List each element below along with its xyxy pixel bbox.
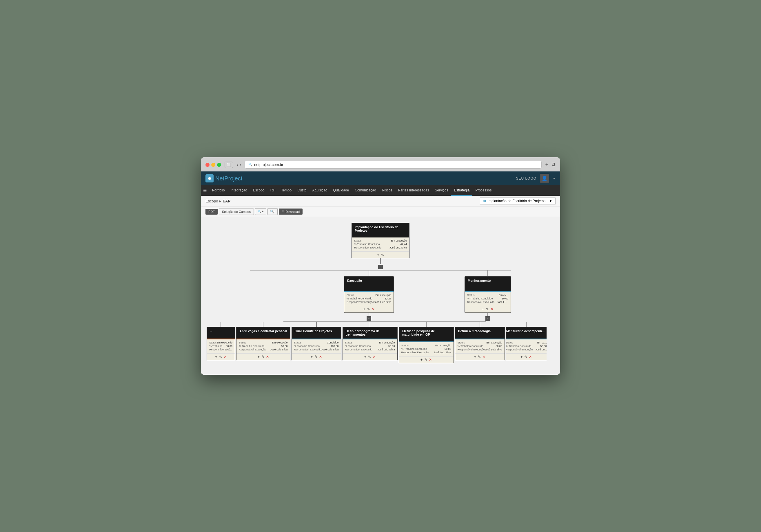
zoom-in-button[interactable]: 🔍+	[255, 208, 266, 215]
level2-node-1-card: Abrir vagas e contratar pessoal StatusEm…	[236, 327, 290, 360]
project-selector[interactable]: ⊕ Implantação do Escritório de Projetos …	[480, 197, 556, 204]
nav-item-riscos[interactable]: Riscos	[379, 186, 395, 196]
node0-header: ...	[207, 327, 235, 339]
node2-add-button[interactable]: +	[311, 355, 313, 359]
fields-button[interactable]: Seleção de Campos	[219, 208, 254, 215]
monitoramento-add-button[interactable]: +	[482, 307, 484, 311]
sidebar-toggle-button[interactable]: ⬜	[225, 162, 233, 168]
nav-item-custo[interactable]: Custo	[294, 186, 309, 196]
root-add-button[interactable]: +	[377, 253, 379, 257]
level2-node-3-card: Definir cronograma de treinamentos Statu…	[342, 327, 398, 360]
monitoramento-bottom-connector	[488, 313, 488, 316]
back-button[interactable]: ‹	[236, 162, 238, 168]
monitoramento-edit-button[interactable]: ✎	[486, 307, 489, 311]
zoom-out-button[interactable]: 🔍-	[267, 208, 278, 215]
node5-add-button[interactable]: +	[474, 355, 476, 359]
user-avatar[interactable]: 👤	[540, 174, 549, 183]
node5-delete-button[interactable]: ✕	[483, 355, 486, 359]
monitoramento-header: Monitoramento	[465, 277, 511, 291]
node4-add-button[interactable]: +	[421, 358, 423, 362]
node4-delete-button[interactable]: ✕	[429, 358, 432, 362]
project-selector-arrow: ▼	[549, 199, 552, 203]
nav-item-rh[interactable]: RH	[267, 186, 278, 196]
node1-add-button[interactable]: +	[258, 355, 260, 359]
level1-row: Execução Status Em execução % Tr	[250, 271, 511, 321]
node0-delete-button[interactable]: ✕	[224, 355, 227, 359]
app-header: ⊕ NetProject SEU LOGO 👤 ▼	[201, 172, 560, 186]
node6-delete-button[interactable]: ✕	[529, 355, 532, 359]
node6-add-button[interactable]: +	[520, 355, 522, 359]
node5-actions: + ✎ ✕	[455, 353, 504, 360]
nav-item-portfolio[interactable]: Portfólio	[209, 186, 228, 196]
node2-header: Criar Comitê de Projetos	[292, 327, 341, 339]
node1-delete-button[interactable]: ✕	[266, 355, 269, 359]
root-connector-v	[380, 258, 381, 264]
pdf-button[interactable]: PDF	[205, 209, 218, 215]
node6-edit-button[interactable]: ✎	[524, 355, 527, 359]
node0-top-connector	[220, 322, 221, 327]
tabs-button[interactable]: ⧉	[552, 162, 556, 168]
level2-node-5-col: Definir a metodologia StatusEm execução …	[455, 322, 505, 360]
nav-item-integracao[interactable]: Integração	[228, 186, 250, 196]
level2-row: ... StatusEm execução % Trabalho50,00 Re…	[206, 322, 555, 363]
download-button[interactable]: ⬇ Download	[279, 208, 303, 215]
node3-add-button[interactable]: +	[364, 355, 366, 359]
nav-item-processos[interactable]: Processos	[472, 186, 495, 196]
nav-item-servicos[interactable]: Serviços	[432, 186, 451, 196]
logo-text: NetProject	[215, 175, 242, 182]
nav-item-comunicacao[interactable]: Comunicação	[352, 186, 379, 196]
node5-header: Definir a metodologia	[455, 327, 504, 339]
node6-top-connector	[526, 322, 527, 327]
node3-edit-button[interactable]: ✎	[368, 355, 371, 359]
node1-body: StatusEm execução % Trabalho Concluído50…	[236, 340, 290, 353]
minimize-button[interactable]	[211, 163, 215, 167]
node4-edit-button[interactable]: ✎	[424, 358, 427, 362]
level2-node-0-card: ... StatusEm execução % Trabalho50,00 Re…	[206, 327, 235, 360]
canvas-area: Implantação do Escritório de Projetos St…	[201, 217, 560, 375]
logo-icon: ⊕	[205, 174, 213, 183]
node2-body: StatusConcluído % Trabalho Concluído100,…	[292, 340, 341, 353]
root-toggle-button[interactable]: −	[378, 265, 383, 269]
node2-actions: + ✎ ✕	[292, 353, 341, 360]
forward-button[interactable]: ›	[239, 162, 241, 168]
node0-edit-button[interactable]: ✎	[219, 355, 222, 359]
node5-edit-button[interactable]: ✎	[478, 355, 481, 359]
node3-delete-button[interactable]: ✕	[373, 355, 376, 359]
breadcrumb-current: EAP	[222, 199, 230, 203]
monitoramento-toggle-button[interactable]: −	[486, 316, 490, 321]
address-bar[interactable]: 🔍 netproject.com.br	[245, 161, 542, 169]
level2-node-1-col: Abrir vagas e contratar pessoal StatusEm…	[236, 322, 290, 360]
level2-node-2-card: Criar Comitê de Projetos StatusConcluído…	[292, 327, 341, 360]
close-button[interactable]	[205, 163, 209, 167]
user-dropdown-icon[interactable]: ▼	[553, 177, 556, 180]
nav-item-qualidade[interactable]: Qualidade	[330, 186, 352, 196]
level2-node-3-col: Definir cronograma de treinamentos Statu…	[342, 322, 398, 360]
node0-add-button[interactable]: +	[215, 355, 217, 359]
nav-item-escopo[interactable]: Escopo	[250, 186, 267, 196]
node2-edit-button[interactable]: ✎	[315, 355, 317, 359]
execucao-toggle-button[interactable]: −	[367, 316, 371, 321]
execucao-actions: + ✎ ✕	[344, 306, 393, 312]
execucao-bottom-connector	[369, 313, 369, 316]
level2-node-6-card: Mensurar o desempenh... StatusEm ex... %…	[506, 327, 547, 360]
nav-item-tempo[interactable]: Tempo	[278, 186, 294, 196]
breadcrumb-parent[interactable]: Escopo	[205, 199, 218, 203]
level2-node-4-card: Efetuar a pesquisa de maturidade em GP S…	[399, 327, 454, 363]
execucao-edit-button[interactable]: ✎	[367, 307, 370, 311]
nav-item-partes[interactable]: Partes Interessadas	[395, 186, 432, 196]
execucao-delete-button[interactable]: ✕	[372, 307, 375, 311]
root-node-body: Status Em execução % Trabalho Concluído …	[352, 238, 409, 251]
root-edit-button[interactable]: ✎	[381, 253, 384, 257]
monitoramento-body: Status Em ex... % Trabalho Concluído 50,…	[465, 292, 511, 306]
node3-body: StatusEm execução % Trabalho Concluído50…	[343, 340, 397, 353]
node2-delete-button[interactable]: ✕	[319, 355, 322, 359]
nav-item-aquisicao[interactable]: Aquisição	[310, 186, 330, 196]
node1-edit-button[interactable]: ✎	[262, 355, 264, 359]
node4-actions: + ✎ ✕	[399, 356, 453, 363]
browser-window: ⬜ ‹ › 🔍 netproject.com.br + ⧉ ⊕	[201, 157, 560, 375]
monitoramento-delete-button[interactable]: ✕	[491, 307, 494, 311]
nav-item-estrategia[interactable]: Estratégia	[451, 186, 472, 196]
new-tab-button[interactable]: +	[545, 162, 548, 168]
maximize-button[interactable]	[217, 163, 221, 167]
execucao-add-button[interactable]: +	[363, 307, 365, 311]
